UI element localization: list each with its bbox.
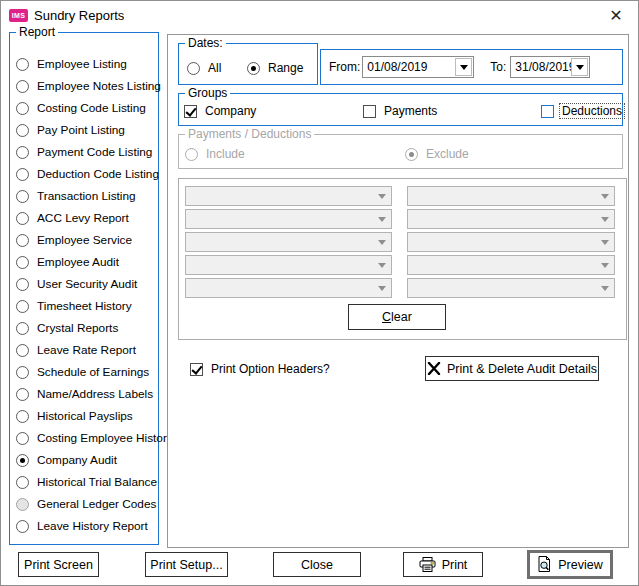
chevron-down-icon	[373, 234, 390, 250]
report-option-label: Name/Address Labels	[37, 387, 153, 401]
preview-button[interactable]: Preview	[527, 550, 613, 579]
report-option-leave-rate-report[interactable]: Leave Rate Report	[16, 339, 156, 361]
radio-icon	[16, 432, 29, 445]
chevron-down-icon[interactable]	[455, 58, 472, 76]
dates-all-option[interactable]: All	[187, 61, 221, 75]
exclude-label: Exclude	[426, 147, 469, 161]
print-setup-label: Print Setup...	[150, 558, 222, 572]
exclude-option: Exclude	[405, 147, 469, 161]
from-label: From:	[329, 60, 360, 74]
report-option-employee-listing[interactable]: Employee Listing	[16, 53, 156, 75]
report-option-deduction-code-listing[interactable]: Deduction Code Listing	[16, 163, 156, 185]
groups-groupbox: Groups Company Payments Deductions	[178, 93, 623, 126]
report-option-label: Schedule of Earnings	[37, 365, 149, 379]
from-date-combo[interactable]: 01/08/2019	[362, 56, 474, 78]
radio-icon	[16, 168, 29, 181]
checkbox-checked-icon	[190, 363, 203, 376]
sundry-reports-dialog: IMS Sundry Reports ✕ Report Employee Lis…	[0, 0, 639, 586]
print-option-headers-option[interactable]: Print Option Headers?	[190, 362, 330, 376]
radio-icon	[247, 62, 260, 75]
date-range-box: From: 01/08/2019 To: 31/08/2019	[320, 49, 623, 85]
payments-deductions-groupbox: Payments / Deductions Include Exclude	[178, 134, 623, 169]
report-option-label: Leave History Report	[37, 519, 148, 533]
close-button[interactable]: Close	[273, 552, 361, 577]
report-option-employee-audit[interactable]: Employee Audit	[16, 251, 156, 273]
report-option-timesheet-history[interactable]: Timesheet History	[16, 295, 156, 317]
filter-frame: Clear	[178, 178, 627, 340]
report-option-label: Employee Audit	[37, 255, 119, 269]
filter-combo	[185, 209, 392, 229]
report-group-label: Report	[16, 25, 58, 39]
report-option-transaction-listing[interactable]: Transaction Listing	[16, 185, 156, 207]
report-option-label: User Security Audit	[37, 277, 137, 291]
radio-icon	[16, 322, 29, 335]
radio-icon	[16, 344, 29, 357]
report-option-costing-code-listing[interactable]: Costing Code Listing	[16, 97, 156, 119]
report-option-historical-payslips[interactable]: Historical Payslips	[16, 405, 156, 427]
include-option: Include	[185, 147, 245, 161]
print-delete-audit-label: Print & Delete Audit Details	[447, 362, 597, 376]
preview-button-label: Preview	[558, 558, 602, 572]
include-label: Include	[206, 147, 245, 161]
report-option-label: Employee Listing	[37, 57, 127, 71]
report-option-label: Company Audit	[37, 453, 117, 467]
window-title: Sundry Reports	[34, 8, 124, 23]
radio-icon	[16, 388, 29, 401]
radio-icon	[16, 498, 29, 511]
to-label: To:	[490, 60, 506, 74]
report-option-label: Pay Point Listing	[37, 123, 125, 137]
report-option-company-audit[interactable]: Company Audit	[16, 449, 156, 471]
chevron-down-icon	[596, 188, 613, 204]
report-option-historical-trial-balance[interactable]: Historical Trial Balance	[16, 471, 156, 493]
report-option-crystal-reports[interactable]: Crystal Reports	[16, 317, 156, 339]
filter-combo	[407, 209, 615, 229]
dates-range-option[interactable]: Range	[247, 61, 303, 75]
report-option-acc-levy-report[interactable]: ACC Levy Report	[16, 207, 156, 229]
checkbox-icon	[363, 105, 376, 118]
print-setup-button[interactable]: Print Setup...	[145, 552, 228, 577]
company-checkbox-option[interactable]: Company	[184, 104, 256, 118]
filter-combo	[185, 255, 392, 275]
dates-group-label: Dates:	[185, 36, 226, 50]
filter-combo	[407, 186, 615, 206]
report-option-label: Timesheet History	[37, 299, 132, 313]
clear-button-label: Clear	[382, 310, 412, 324]
chevron-down-icon	[373, 188, 390, 204]
report-option-name-address-labels[interactable]: Name/Address Labels	[16, 383, 156, 405]
checkbox-icon	[541, 105, 554, 118]
to-date-combo[interactable]: 31/08/2019	[510, 56, 590, 78]
deductions-checkbox-option[interactable]: Deductions	[541, 104, 624, 118]
payments-label: Payments	[384, 104, 437, 118]
report-option-label: Employee Service	[37, 233, 132, 247]
report-option-costing-employee-history[interactable]: Costing Employee History	[16, 427, 156, 449]
checkbox-checked-icon	[184, 105, 197, 118]
radio-icon	[16, 476, 29, 489]
close-icon[interactable]: ✕	[603, 4, 629, 28]
options-panel: Dates: All Range From: 01/08/2019 To: 31…	[167, 34, 629, 548]
clear-button[interactable]: Clear	[348, 304, 446, 330]
report-option-employee-notes-listing[interactable]: Employee Notes Listing	[16, 75, 156, 97]
print-delete-audit-button[interactable]: Print & Delete Audit Details	[425, 356, 599, 381]
chevron-down-icon	[373, 211, 390, 227]
radio-icon	[16, 146, 29, 159]
report-option-employee-service[interactable]: Employee Service	[16, 229, 156, 251]
report-option-pay-point-listing[interactable]: Pay Point Listing	[16, 119, 156, 141]
print-button[interactable]: Print	[403, 552, 483, 577]
print-button-label: Print	[442, 558, 468, 572]
print-screen-button[interactable]: Print Screen	[18, 552, 99, 577]
report-list: Employee ListingEmployee Notes ListingCo…	[16, 53, 156, 537]
radio-icon	[16, 58, 29, 71]
close-button-label: Close	[301, 558, 333, 572]
radio-icon	[16, 454, 29, 467]
report-option-payment-code-listing[interactable]: Payment Code Listing	[16, 141, 156, 163]
payments-checkbox-option[interactable]: Payments	[363, 104, 437, 118]
chevron-down-icon	[596, 257, 613, 273]
report-option-user-security-audit[interactable]: User Security Audit	[16, 273, 156, 295]
report-option-label: Payment Code Listing	[37, 145, 152, 159]
print-option-headers-label: Print Option Headers?	[211, 362, 330, 376]
report-option-leave-history-report[interactable]: Leave History Report	[16, 515, 156, 537]
report-option-label: Deduction Code Listing	[37, 167, 159, 181]
report-option-schedule-of-earnings[interactable]: Schedule of Earnings	[16, 361, 156, 383]
filter-combo-grid	[185, 186, 615, 298]
chevron-down-icon[interactable]	[571, 58, 588, 76]
